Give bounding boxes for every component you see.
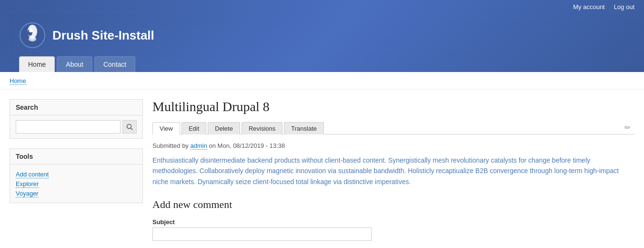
- tab-edit[interactable]: Edit: [181, 122, 206, 134]
- tools-block-content: Add content Explorer Voyager: [10, 165, 142, 203]
- site-name: Drush Site-Install: [52, 28, 154, 43]
- search-input[interactable]: [16, 120, 121, 134]
- search-block-title: Search: [10, 100, 142, 115]
- tools-links-list: Add content Explorer Voyager: [16, 169, 137, 198]
- breadcrumb: Home: [0, 72, 644, 90]
- tab-revisions[interactable]: Revisions: [242, 122, 282, 134]
- site-branding: Drush Site-Install: [19, 22, 625, 49]
- breadcrumb-home-link[interactable]: Home: [10, 77, 26, 85]
- list-item: Voyager: [16, 188, 137, 198]
- search-form: [16, 120, 137, 134]
- node-body: Enthusiastically disintermediate backend…: [152, 155, 634, 187]
- tab-view[interactable]: View: [152, 122, 180, 134]
- add-content-link[interactable]: Add content: [16, 171, 49, 178]
- list-item: Explorer: [16, 179, 137, 188]
- my-account-link[interactable]: My account: [573, 3, 604, 10]
- submitted-author-link[interactable]: admin: [191, 142, 207, 150]
- site-header: Drush Site-Install Home About Contact: [10, 13, 634, 72]
- top-bar-links: My account Log out: [566, 3, 634, 10]
- page-title: Multilingual Drupal 8: [152, 99, 634, 114]
- content-tabs: View Edit Delete Revisions Translate ✏: [152, 121, 634, 134]
- search-icon: [126, 124, 133, 130]
- main-nav: Home About Contact: [19, 56, 625, 72]
- search-button[interactable]: [122, 120, 137, 134]
- nav-item-about[interactable]: About: [57, 56, 92, 72]
- voyager-link[interactable]: Voyager: [16, 190, 39, 197]
- nav-item-home[interactable]: Home: [19, 56, 55, 72]
- log-out-link[interactable]: Log out: [614, 3, 634, 10]
- sidebar: Search Tools Add c: [10, 99, 143, 241]
- search-block: Search: [10, 99, 143, 139]
- drupal-logo-icon: [19, 22, 46, 49]
- comment-subject-label: Subject: [152, 218, 634, 226]
- tools-block: Tools Add content Explorer Voyager: [10, 148, 143, 203]
- tab-translate[interactable]: Translate: [284, 122, 324, 134]
- submitted-suffix: on Mon, 08/12/2019 - 13:38: [209, 142, 285, 149]
- comment-subject-field: Subject: [152, 218, 634, 241]
- svg-line-6: [131, 128, 133, 130]
- tools-block-title: Tools: [10, 149, 142, 165]
- comment-section-title: Add new comment: [152, 198, 634, 211]
- search-block-content: [10, 115, 142, 138]
- list-item: Add content: [16, 169, 137, 179]
- explorer-link[interactable]: Explorer: [16, 180, 39, 188]
- comment-subject-input[interactable]: [152, 227, 372, 241]
- content-area: Multilingual Drupal 8 View Edit Delete R…: [152, 99, 634, 241]
- tab-delete[interactable]: Delete: [208, 122, 240, 134]
- main-layout: Search Tools Add c: [0, 90, 644, 248]
- top-bar: My account Log out Drush Site-Install Ho…: [0, 0, 644, 72]
- pencil-icon[interactable]: ✏: [621, 121, 634, 134]
- submitted-prefix: Submitted by: [152, 142, 189, 149]
- nav-item-contact[interactable]: Contact: [94, 56, 135, 72]
- svg-point-3: [29, 29, 33, 32]
- submitted-info: Submitted by admin on Mon, 08/12/2019 - …: [152, 142, 634, 149]
